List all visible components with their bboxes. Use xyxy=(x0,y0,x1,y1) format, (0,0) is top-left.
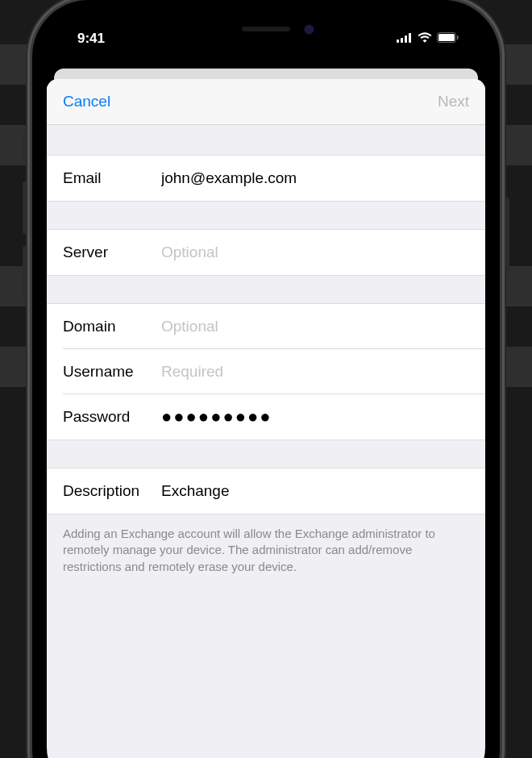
next-button[interactable]: Next xyxy=(438,93,469,110)
username-row[interactable]: Username xyxy=(47,349,485,394)
status-time: 9:41 xyxy=(77,31,105,47)
domain-row[interactable]: Domain xyxy=(47,304,485,349)
section-spacer xyxy=(47,125,485,156)
modal-sheet: Cancel Next Email Server xyxy=(47,79,485,758)
svg-rect-5 xyxy=(438,34,455,41)
volume-up-button xyxy=(23,181,27,234)
section-spacer xyxy=(47,439,485,469)
username-field[interactable] xyxy=(161,363,469,381)
password-row[interactable]: Password ●●●●●●●●● xyxy=(47,394,485,439)
phone-frame: 9:41 Cancel Next xyxy=(32,0,500,758)
silence-switch xyxy=(23,133,27,161)
status-icons xyxy=(397,31,459,46)
svg-rect-3 xyxy=(409,33,411,43)
wifi-icon xyxy=(418,31,432,46)
email-row[interactable]: Email xyxy=(47,156,485,201)
server-row[interactable]: Server xyxy=(47,230,485,275)
cancel-button[interactable]: Cancel xyxy=(63,93,110,110)
front-camera xyxy=(304,24,314,35)
svg-rect-0 xyxy=(397,40,399,43)
domain-field[interactable] xyxy=(161,318,469,335)
svg-rect-6 xyxy=(457,35,459,40)
description-row[interactable]: Description xyxy=(47,469,485,514)
section-spacer xyxy=(47,275,485,304)
notch xyxy=(173,15,359,44)
phone-screen: 9:41 Cancel Next xyxy=(47,15,485,758)
svg-rect-2 xyxy=(405,35,407,43)
description-field[interactable] xyxy=(161,482,469,500)
form-container: Email Server Domain xyxy=(47,125,485,586)
footer-description: Adding an Exchange account will allow th… xyxy=(47,514,485,586)
password-label: Password xyxy=(63,408,161,426)
navigation-bar: Cancel Next xyxy=(47,79,485,125)
server-label: Server xyxy=(63,244,161,261)
power-button xyxy=(505,198,509,274)
domain-label: Domain xyxy=(63,318,161,335)
cellular-icon xyxy=(397,31,413,46)
email-field[interactable] xyxy=(161,169,469,187)
volume-down-button xyxy=(23,246,27,298)
battery-icon xyxy=(437,31,459,46)
description-label: Description xyxy=(63,482,161,500)
email-label: Email xyxy=(63,169,161,187)
username-label: Username xyxy=(63,363,161,381)
password-field[interactable]: ●●●●●●●●● xyxy=(161,406,272,427)
speaker-grille xyxy=(242,27,290,31)
section-spacer xyxy=(47,201,485,230)
svg-rect-1 xyxy=(401,38,403,43)
server-field[interactable] xyxy=(161,244,469,261)
